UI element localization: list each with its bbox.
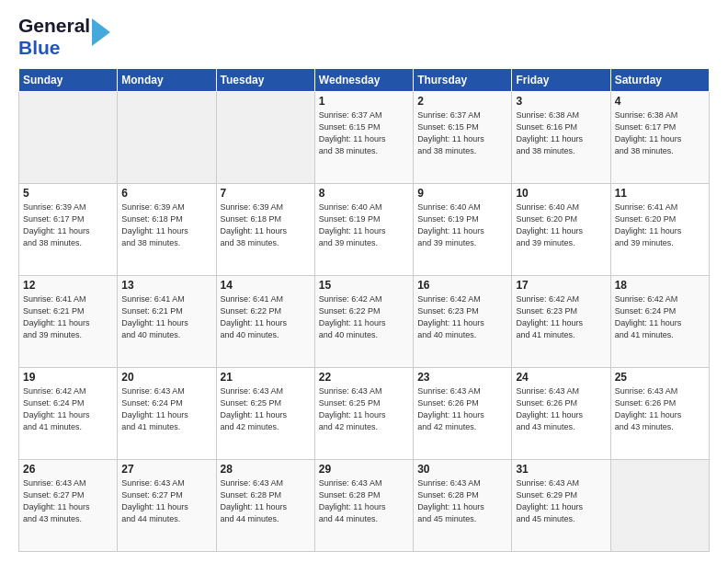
day-header-monday: Monday [118,69,216,92]
day-number: 4 [615,95,705,108]
day-info: Sunrise: 6:38 AM Sunset: 6:17 PM Dayligh… [615,109,705,157]
day-info: Sunrise: 6:38 AM Sunset: 6:16 PM Dayligh… [516,109,606,157]
calendar-cell: 29Sunrise: 6:43 AM Sunset: 6:28 PM Dayli… [314,460,413,552]
day-info: Sunrise: 6:41 AM Sunset: 6:22 PM Dayligh… [221,293,311,341]
calendar-cell [19,92,118,184]
day-info: Sunrise: 6:41 AM Sunset: 6:20 PM Dayligh… [615,201,705,249]
logo-general-text: General [18,15,90,36]
day-number: 28 [221,463,311,476]
day-header-saturday: Saturday [610,69,709,92]
day-number: 23 [417,371,507,384]
day-number: 9 [417,187,507,200]
calendar-cell: 10Sunrise: 6:40 AM Sunset: 6:20 PM Dayli… [512,184,610,276]
day-info: Sunrise: 6:43 AM Sunset: 6:28 PM Dayligh… [417,477,507,525]
calendar-cell [216,92,314,184]
calendar-cell: 20Sunrise: 6:43 AM Sunset: 6:24 PM Dayli… [118,368,216,460]
day-header-tuesday: Tuesday [216,69,314,92]
day-info: Sunrise: 6:37 AM Sunset: 6:15 PM Dayligh… [417,109,507,157]
day-number: 29 [319,463,409,476]
day-header-wednesday: Wednesday [314,69,413,92]
calendar-cell [118,92,216,184]
day-info: Sunrise: 6:42 AM Sunset: 6:23 PM Dayligh… [516,293,606,341]
logo: General Blue [18,15,110,59]
calendar-cell: 25Sunrise: 6:43 AM Sunset: 6:26 PM Dayli… [610,368,709,460]
calendar-week-row: 5Sunrise: 6:39 AM Sunset: 6:17 PM Daylig… [19,184,710,276]
calendar-cell: 19Sunrise: 6:42 AM Sunset: 6:24 PM Dayli… [19,368,118,460]
day-info: Sunrise: 6:43 AM Sunset: 6:26 PM Dayligh… [615,385,705,433]
day-number: 19 [23,371,113,384]
calendar-cell: 14Sunrise: 6:41 AM Sunset: 6:22 PM Dayli… [216,276,314,368]
day-info: Sunrise: 6:37 AM Sunset: 6:15 PM Dayligh… [319,109,409,157]
day-number: 13 [121,279,211,292]
day-info: Sunrise: 6:40 AM Sunset: 6:19 PM Dayligh… [319,201,409,249]
day-info: Sunrise: 6:43 AM Sunset: 6:27 PM Dayligh… [121,477,211,525]
calendar-cell: 23Sunrise: 6:43 AM Sunset: 6:26 PM Dayli… [414,368,512,460]
calendar-cell: 24Sunrise: 6:43 AM Sunset: 6:26 PM Dayli… [512,368,610,460]
day-info: Sunrise: 6:39 AM Sunset: 6:18 PM Dayligh… [121,201,211,249]
day-info: Sunrise: 6:43 AM Sunset: 6:25 PM Dayligh… [221,385,311,433]
day-info: Sunrise: 6:43 AM Sunset: 6:28 PM Dayligh… [221,477,311,525]
calendar-cell: 28Sunrise: 6:43 AM Sunset: 6:28 PM Dayli… [216,460,314,552]
day-number: 30 [417,463,507,476]
day-number: 31 [516,463,606,476]
logo-blue-text: Blue [18,37,61,58]
day-info: Sunrise: 6:43 AM Sunset: 6:29 PM Dayligh… [516,477,606,525]
calendar-week-row: 26Sunrise: 6:43 AM Sunset: 6:27 PM Dayli… [19,460,710,552]
calendar-cell: 5Sunrise: 6:39 AM Sunset: 6:17 PM Daylig… [19,184,118,276]
day-number: 1 [319,95,409,108]
day-number: 20 [121,371,211,384]
day-number: 6 [121,187,211,200]
calendar-cell: 11Sunrise: 6:41 AM Sunset: 6:20 PM Dayli… [610,184,709,276]
day-info: Sunrise: 6:43 AM Sunset: 6:28 PM Dayligh… [319,477,409,525]
calendar-cell: 18Sunrise: 6:42 AM Sunset: 6:24 PM Dayli… [610,276,709,368]
day-number: 10 [516,187,606,200]
day-header-friday: Friday [512,69,610,92]
calendar-cell: 9Sunrise: 6:40 AM Sunset: 6:19 PM Daylig… [414,184,512,276]
calendar-cell: 27Sunrise: 6:43 AM Sunset: 6:27 PM Dayli… [118,460,216,552]
calendar-cell: 22Sunrise: 6:43 AM Sunset: 6:25 PM Dayli… [314,368,413,460]
day-info: Sunrise: 6:43 AM Sunset: 6:26 PM Dayligh… [516,385,606,433]
day-number: 22 [319,371,409,384]
calendar-cell: 4Sunrise: 6:38 AM Sunset: 6:17 PM Daylig… [610,92,709,184]
day-info: Sunrise: 6:41 AM Sunset: 6:21 PM Dayligh… [23,293,113,341]
day-number: 5 [23,187,113,200]
day-number: 7 [221,187,311,200]
day-number: 17 [516,279,606,292]
day-number: 25 [615,371,705,384]
calendar-cell: 31Sunrise: 6:43 AM Sunset: 6:29 PM Dayli… [512,460,610,552]
page: General Blue SundayMondayTuesdayWednesda… [0,0,728,563]
calendar-cell: 15Sunrise: 6:42 AM Sunset: 6:22 PM Dayli… [314,276,413,368]
day-header-sunday: Sunday [19,69,118,92]
calendar-header-row: SundayMondayTuesdayWednesdayThursdayFrid… [19,69,710,92]
calendar-cell: 16Sunrise: 6:42 AM Sunset: 6:23 PM Dayli… [414,276,512,368]
day-info: Sunrise: 6:42 AM Sunset: 6:22 PM Dayligh… [319,293,409,341]
calendar-cell: 17Sunrise: 6:42 AM Sunset: 6:23 PM Dayli… [512,276,610,368]
calendar-cell [610,460,709,552]
calendar-table: SundayMondayTuesdayWednesdayThursdayFrid… [18,68,710,552]
calendar-cell: 7Sunrise: 6:39 AM Sunset: 6:18 PM Daylig… [216,184,314,276]
day-info: Sunrise: 6:41 AM Sunset: 6:21 PM Dayligh… [121,293,211,341]
day-number: 27 [121,463,211,476]
day-info: Sunrise: 6:42 AM Sunset: 6:23 PM Dayligh… [417,293,507,341]
day-number: 21 [221,371,311,384]
day-number: 14 [221,279,311,292]
logo-arrow-icon [92,18,110,46]
day-info: Sunrise: 6:43 AM Sunset: 6:26 PM Dayligh… [417,385,507,433]
day-info: Sunrise: 6:40 AM Sunset: 6:19 PM Dayligh… [417,201,507,249]
day-info: Sunrise: 6:39 AM Sunset: 6:18 PM Dayligh… [221,201,311,249]
day-info: Sunrise: 6:42 AM Sunset: 6:24 PM Dayligh… [615,293,705,341]
calendar-cell: 13Sunrise: 6:41 AM Sunset: 6:21 PM Dayli… [118,276,216,368]
calendar-cell: 12Sunrise: 6:41 AM Sunset: 6:21 PM Dayli… [19,276,118,368]
header: General Blue [18,15,710,59]
day-number: 8 [319,187,409,200]
day-info: Sunrise: 6:42 AM Sunset: 6:24 PM Dayligh… [23,385,113,433]
day-info: Sunrise: 6:43 AM Sunset: 6:27 PM Dayligh… [23,477,113,525]
calendar-cell: 2Sunrise: 6:37 AM Sunset: 6:15 PM Daylig… [414,92,512,184]
calendar-cell: 3Sunrise: 6:38 AM Sunset: 6:16 PM Daylig… [512,92,610,184]
day-number: 15 [319,279,409,292]
day-number: 24 [516,371,606,384]
day-header-thursday: Thursday [414,69,512,92]
calendar-week-row: 1Sunrise: 6:37 AM Sunset: 6:15 PM Daylig… [19,92,710,184]
svg-marker-0 [92,18,110,46]
calendar-week-row: 12Sunrise: 6:41 AM Sunset: 6:21 PM Dayli… [19,276,710,368]
